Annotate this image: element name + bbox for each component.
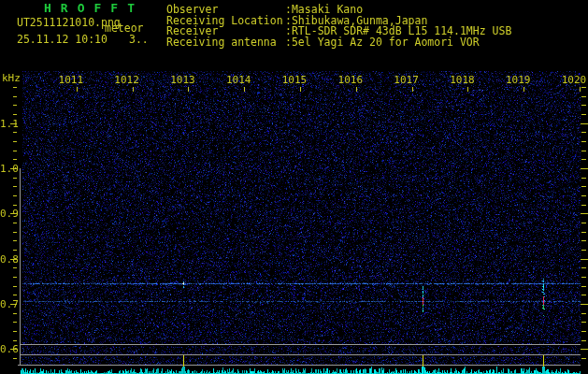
y-tick-label: 1.1 bbox=[0, 119, 14, 129]
info-value: 5el Yagi Az 20 for Aomori VOR bbox=[292, 37, 480, 49]
x-tick-label: 1019 bbox=[505, 75, 531, 85]
x-tick-label: 1013 bbox=[169, 75, 195, 85]
info-separator: : bbox=[285, 37, 292, 49]
x-tick-label: 1018 bbox=[449, 75, 475, 85]
y-tick-label: 0.6 bbox=[0, 344, 14, 354]
echo-count-label: 3.. bbox=[129, 35, 149, 46]
x-tick-label: 1016 bbox=[337, 75, 364, 85]
x-tick-label: 1011 bbox=[58, 75, 84, 85]
y-tick-label: 0.7 bbox=[0, 299, 14, 309]
station-info: Observer:Masaki KanoReceiving Location:S… bbox=[166, 5, 511, 49]
info-row: Receiving antenna:5el Yagi Az 20 for Aom… bbox=[166, 37, 511, 49]
khz-unit-label: kHz bbox=[2, 73, 21, 83]
x-tick-label: 1020 bbox=[561, 75, 587, 85]
x-tick-label: 1012 bbox=[114, 75, 140, 85]
timestamp-label: 25.11.12 10:10 bbox=[17, 35, 108, 46]
spectrogram-canvas bbox=[0, 0, 588, 374]
y-tick-label: 0.9 bbox=[0, 209, 14, 219]
x-tick-label: 1015 bbox=[281, 75, 308, 85]
app-title: HROFFT bbox=[44, 2, 144, 14]
x-tick-label: 1014 bbox=[225, 75, 251, 85]
y-tick-label: 1.0 bbox=[0, 164, 14, 174]
hrofft-screen: HROFFT UT2511121010.png meteor 25.11.12 … bbox=[0, 0, 588, 374]
x-tick-label: 1017 bbox=[394, 75, 420, 85]
info-label: Receiving antenna bbox=[166, 37, 285, 49]
y-tick-label: 0.8 bbox=[0, 254, 14, 265]
